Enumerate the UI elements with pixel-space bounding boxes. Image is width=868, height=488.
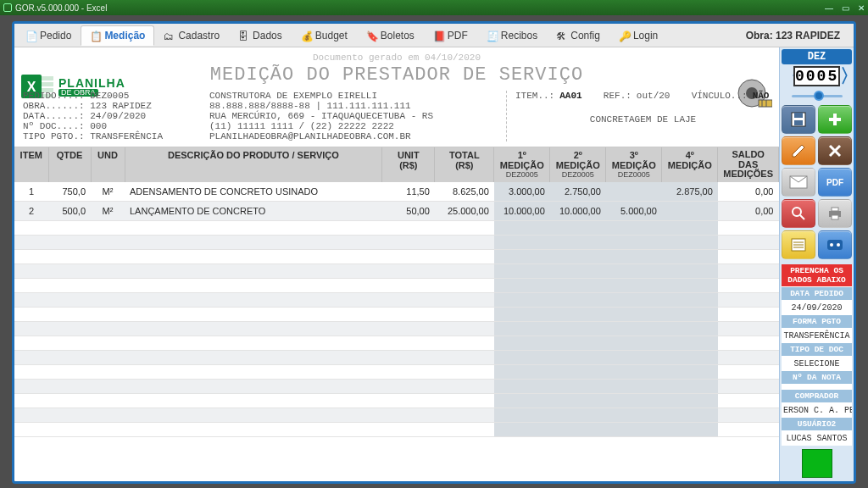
window-title: GOR.v5.000.000 - Excel — [15, 3, 107, 13]
gear-icon: 🛠 — [556, 30, 566, 41]
svg-point-30 — [830, 243, 833, 247]
mail-button[interactable] — [782, 168, 815, 197]
maximize-button[interactable]: ▭ — [842, 3, 849, 13]
barcode-icon: 🔖 — [366, 30, 376, 41]
floppy-icon — [790, 111, 807, 128]
empty-row — [14, 336, 779, 350]
panel-label: DATA PEDIDO — [782, 287, 852, 301]
panel-value[interactable]: ERSON C. A. PERE — [782, 403, 852, 418]
save-button[interactable] — [782, 105, 815, 134]
record-counter: 0005 — [793, 66, 840, 86]
minimize-button[interactable]: — — [825, 3, 833, 13]
chip-button[interactable] — [818, 230, 852, 259]
key-icon: 🔑 — [619, 30, 629, 41]
table-row[interactable]: 1750,0M²ADENSAMENTO DE CONCRETO USINADO1… — [14, 182, 779, 202]
menu-recibos[interactable]: 🧾Recibos — [477, 25, 547, 46]
empty-row — [14, 307, 779, 321]
pencil-icon — [790, 142, 807, 159]
chip-icon — [826, 238, 844, 252]
svg-rect-23 — [832, 208, 838, 211]
svg-rect-13 — [794, 120, 803, 125]
delete-button[interactable] — [818, 136, 852, 165]
svg-line-21 — [800, 215, 804, 219]
empty-row — [14, 249, 779, 263]
search-button[interactable] — [782, 199, 815, 228]
panel-label: Nº DA NOTA — [782, 371, 852, 385]
menu-pdf[interactable]: 📕PDF — [424, 25, 477, 46]
menu-medicao[interactable]: 📋Medição — [81, 25, 154, 46]
printer-icon — [826, 206, 843, 221]
pdf-button[interactable]: PDF — [818, 168, 852, 197]
next-record-button[interactable]: 〉 — [840, 67, 852, 86]
menu-cadastro[interactable]: 🗂Cadastro — [154, 25, 229, 46]
svg-rect-3 — [42, 82, 53, 86]
svg-rect-24 — [832, 215, 838, 219]
add-button[interactable] — [818, 105, 852, 134]
doc-icon: 📄 — [25, 30, 36, 41]
list-icon — [790, 237, 807, 252]
print-button[interactable] — [818, 199, 852, 228]
pdf-icon: PDF — [826, 178, 843, 187]
side-panel: DEZ 〈 0005 〉 PDF — [779, 47, 854, 481]
period-label: DEZ — [782, 49, 852, 64]
action-buttons: PDF — [782, 105, 852, 259]
pdf-icon: 📕 — [433, 30, 443, 41]
menu-boletos[interactable]: 🔖Boletos — [357, 25, 424, 46]
x-icon — [826, 142, 843, 159]
panel-value[interactable]: LUCAS SANTOS — [782, 431, 852, 446]
plus-icon — [826, 111, 843, 128]
svg-point-20 — [793, 208, 801, 216]
menu-budget[interactable]: 💰Budget — [292, 25, 357, 46]
panel-value[interactable]: 24/09/2020 — [782, 301, 852, 315]
excel-titlebar: GOR.v5.000.000 - Excel — ▭ ✕ — [0, 0, 868, 15]
doc-title: MEDIÇÃO DO PRESTADOR DE SERVIÇO — [23, 64, 771, 86]
empty-row — [14, 408, 779, 422]
svg-rect-2 — [42, 76, 53, 80]
app-icon — [3, 3, 12, 12]
form-panels: PREENCHA OS DADOS ABAIXODATA PEDIDO24/09… — [782, 264, 852, 446]
list-button[interactable] — [782, 230, 815, 259]
workspace: X PLANILHADE OBRA Documento gerado em 04… — [14, 47, 854, 481]
menu-pedido[interactable]: 📄Pedido — [16, 25, 81, 46]
panel-value[interactable]: SELECIONE — [782, 357, 852, 371]
empty-row — [14, 278, 779, 292]
empty-row — [14, 350, 779, 364]
app-frame: 📄Pedido 📋Medição 🗂Cadastro 🗄Dados 💰Budge… — [12, 21, 856, 484]
svg-rect-29 — [827, 240, 843, 250]
empty-row — [14, 422, 779, 436]
info-left: PEDIDO....: DEZ0005 OBRA......: 123 RAPI… — [23, 91, 201, 141]
empty-row — [14, 393, 779, 408]
receipt-icon: 🧾 — [487, 30, 497, 41]
svg-point-31 — [837, 243, 840, 247]
panel-label: PREENCHA OS DADOS ABAIXO — [782, 264, 852, 287]
measurement-table[interactable]: ITEM QTDE UND DESCRIÇÃO DO PRODUTO / SER… — [14, 147, 779, 481]
document-area: X PLANILHADE OBRA Documento gerado em 04… — [14, 47, 779, 481]
close-button[interactable]: ✕ — [858, 3, 865, 13]
info-right: ITEM..: AA01 REF.: out/20 VÍNCULO..: NÃO… — [506, 91, 771, 141]
table-row[interactable]: 2500,0M²LANÇAMENTO DE CONCRETO50,0025.00… — [14, 201, 779, 220]
empty-row — [14, 379, 779, 393]
menu-dados[interactable]: 🗄Dados — [229, 25, 292, 46]
status-indicator — [802, 449, 832, 478]
obra-indicator: Obra: 123 RAPIDEZ — [734, 30, 852, 42]
empty-row — [14, 321, 779, 336]
menu-config[interactable]: 🛠Config — [547, 25, 609, 46]
budget-icon: 💰 — [301, 30, 311, 41]
gauge-icon: 📋 — [90, 30, 100, 41]
panel-label: FORMA PGTO — [782, 315, 852, 329]
edit-button[interactable] — [782, 136, 815, 165]
panel-label: TIPO DE DOC — [782, 343, 852, 357]
prev-record-button[interactable]: 〈 — [782, 67, 793, 86]
empty-row — [14, 220, 779, 235]
panel-label: COMPRADOR — [782, 390, 852, 403]
record-slider[interactable] — [785, 90, 849, 102]
doc-generated-date: Documento gerado em 04/10/2020 — [23, 53, 771, 63]
svg-rect-15 — [829, 118, 841, 121]
table-header: ITEM QTDE UND DESCRIÇÃO DO PRODUTO / SER… — [14, 147, 779, 182]
mail-icon — [789, 175, 808, 189]
panel-value[interactable]: TRANSFERÊNCIA — [782, 329, 852, 343]
empty-row — [14, 364, 779, 379]
menu-login[interactable]: 🔑Login — [609, 25, 667, 46]
info-mid: CONSTRUTORA DE EXEMPLO EIRELLI 88.888.88… — [209, 91, 498, 141]
empty-row — [14, 292, 779, 307]
